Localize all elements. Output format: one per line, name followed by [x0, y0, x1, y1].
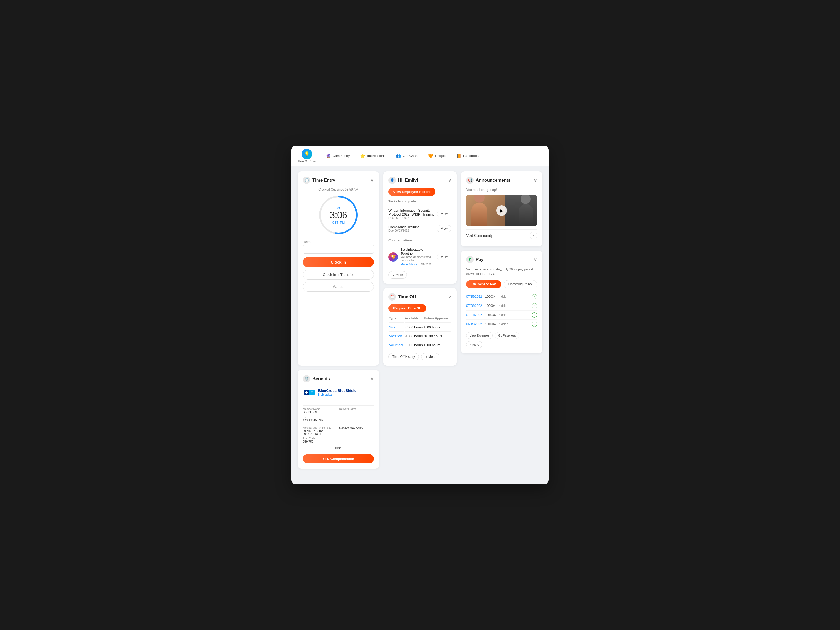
network-name-block: Network Name — [339, 408, 374, 414]
pay-footer-actions: View Expenses Go Paperless ∨ More — [466, 332, 537, 348]
pay-collapse-button[interactable]: ∨ — [534, 257, 537, 262]
time-off-card: 📅 Time Off ∨ Request Time Off Type Avail… — [383, 288, 457, 366]
go-paperless-button[interactable]: Go Paperless — [495, 332, 519, 339]
calendar-icon: 📅 — [388, 293, 396, 300]
time-off-more-button[interactable]: ∨ More — [421, 353, 439, 360]
pay-check-icon-1: ✓ — [532, 294, 537, 299]
pay-id-2: 102004 — [485, 304, 496, 308]
pay-hidden-4: hidden — [499, 322, 532, 326]
manual-button[interactable]: Manual — [303, 282, 374, 292]
task-wisp-info: Written Information Security Protocol 20… — [388, 208, 437, 219]
pay-date-4[interactable]: 06/15/2022 — [466, 322, 482, 326]
medical-rx-label: Medical and Rx Benefits — [303, 426, 338, 429]
member-name-label: Member Name — [303, 408, 338, 411]
plan-code-value: 259/759 — [303, 440, 338, 443]
volunteer-type[interactable]: Volunteer — [389, 341, 404, 349]
ytd-compensation-button[interactable]: YTD Compensation — [303, 454, 374, 463]
nav-item-community[interactable]: 🔮 Community — [322, 151, 354, 160]
clock-number: 26 — [330, 206, 347, 210]
pay-title: 💲 Pay — [466, 256, 483, 263]
pay-icon: 💲 — [466, 256, 474, 263]
pay-date-2[interactable]: 07/08/2022 — [466, 304, 482, 308]
time-entry-collapse-button[interactable]: ∨ — [370, 177, 374, 183]
nav-item-handbook[interactable]: 📙 Handbook — [452, 151, 483, 160]
pay-more-button[interactable]: ∨ More — [466, 341, 483, 348]
hi-emily-collapse-button[interactable]: ∨ — [448, 177, 452, 183]
task-compliance-info: Compliance Training Due 06/03/2022 — [388, 225, 437, 232]
sick-available: 40.00 hours — [405, 323, 424, 332]
people-nav-icon: 🧡 — [428, 153, 433, 158]
benefits-title: 🛡️ Benefits — [303, 375, 330, 382]
pay-card: 💲 Pay ∨ Your next check is Friday, July … — [461, 251, 542, 353]
nav-item-org-chart[interactable]: 👥 Org Chart — [392, 151, 422, 160]
video-play-button[interactable]: ▶ — [496, 205, 507, 216]
task-wisp-view-button[interactable]: View — [437, 210, 452, 217]
time-entry-title: 🕐 Time Entry — [303, 177, 335, 184]
task-compliance-name: Compliance Training — [388, 225, 437, 229]
view-expenses-button[interactable]: View Expenses — [466, 332, 493, 339]
pay-date-1[interactable]: 07/15/2022 — [466, 295, 482, 298]
hi-emily-title: 👤 Hi, Emily! — [388, 177, 418, 184]
time-off-history-button[interactable]: Time Off History — [388, 353, 419, 360]
time-off-actions: Time Off History ∨ More — [388, 353, 452, 360]
congrats-from[interactable]: Marie Adams — [401, 263, 417, 266]
nav-item-people[interactable]: 🧡 People — [424, 151, 450, 160]
clock-in-transfer-button[interactable]: Clock In + Transfer — [303, 270, 374, 279]
bcbs-header: ✚ 🛡 BlueCross BlueShield Nebraska — [303, 386, 374, 402]
nav-item-impressions[interactable]: ⭐ Impressions — [356, 151, 390, 160]
handbook-nav-label: Handbook — [463, 154, 478, 158]
pay-history-item: 07/15/2022 102034 hidden ✓ — [466, 292, 537, 302]
volunteer-available: 16.00 hours — [405, 341, 424, 349]
col-future: Future Approved — [424, 317, 451, 323]
task-item-compliance: Compliance Training Due 06/03/2022 View — [388, 222, 452, 235]
on-demand-pay-button[interactable]: On Demand Pay — [466, 280, 501, 289]
top-navigation: 💡 Think Co. News 🔮 Community ⭐ Impressio… — [291, 146, 549, 166]
vacation-future: 16.00 hours — [424, 332, 451, 341]
announcements-collapse-button[interactable]: ∨ — [534, 177, 537, 183]
task-wisp-name: Written Information Security Protocol 20… — [388, 208, 437, 216]
main-grid: 🕐 Time Entry ∨ Clocked Out since 08:59 A… — [291, 166, 549, 474]
task-compliance-view-button[interactable]: View — [437, 225, 452, 232]
volunteer-future: 0.00 hours — [424, 341, 451, 349]
pay-hidden-2: hidden — [499, 304, 532, 308]
sick-type[interactable]: Sick — [389, 323, 404, 332]
request-time-off-button[interactable]: Request Time Off — [388, 304, 426, 313]
id-block: ID XXX123456789 — [303, 416, 374, 422]
id-label: ID — [303, 416, 374, 419]
pay-header: 💲 Pay ∨ — [466, 256, 537, 263]
brand-logo[interactable]: 💡 Think Co. News — [298, 149, 316, 163]
pay-check-icon-3: ✓ — [532, 313, 537, 317]
vacation-type[interactable]: Vacation — [389, 332, 404, 341]
clock-in-button[interactable]: Clock In — [303, 257, 374, 267]
community-nav-label: Community — [333, 154, 350, 158]
medical-rx-block: Medical and Rx Benefits RxBIN 610455 RxP… — [303, 426, 338, 443]
upcoming-check-button[interactable]: Upcoming Check — [504, 280, 537, 289]
org-chart-nav-label: Org Chart — [403, 154, 418, 158]
benefit-info-grid: Member Name JOHN DOE Network Name — [303, 408, 374, 414]
notes-input[interactable] — [303, 245, 374, 254]
clocked-out-status: Clocked Out since 08:59 AM — [303, 188, 374, 191]
people-nav-label: People — [435, 154, 445, 158]
time-off-title: 📅 Time Off — [388, 293, 416, 300]
table-row: Volunteer 16.00 hours 0.00 hours — [389, 341, 451, 349]
rxbin-label: RxBIN 610455 — [303, 429, 338, 432]
hi-emily-more-button[interactable]: ∨ More — [388, 271, 407, 278]
ppo-label: PPO — [333, 446, 344, 450]
pay-id-3: 101034 — [485, 313, 496, 317]
view-employee-record-button[interactable]: View Employee Record — [388, 188, 436, 196]
benefits-collapse-button[interactable]: ∨ — [370, 376, 374, 382]
pay-history-item: 07/01/2022 101034 hidden ✓ — [466, 311, 537, 320]
announcement-video[interactable]: ▶ — [466, 195, 537, 226]
congrats-info: Be Unbeatable Together You have demonstr… — [401, 248, 434, 267]
congrats-date: - 7/1/2022 — [419, 263, 432, 266]
copays-label: Copays May Apply — [339, 426, 374, 429]
time-off-collapse-button[interactable]: ∨ — [448, 294, 452, 300]
pay-date-3[interactable]: 07/01/2022 — [466, 313, 482, 317]
visit-community-chevron-button[interactable]: › — [530, 232, 537, 239]
pay-check-icon-4: ✓ — [532, 322, 537, 327]
impressions-nav-icon: ⭐ — [360, 153, 365, 158]
time-off-table: Type Available Future Approved Sick 40.0… — [388, 316, 452, 350]
clock-time-display: 3:06 — [330, 210, 347, 221]
congrats-view-button[interactable]: View — [437, 254, 452, 261]
vacation-available: 80.00 hours — [405, 332, 424, 341]
